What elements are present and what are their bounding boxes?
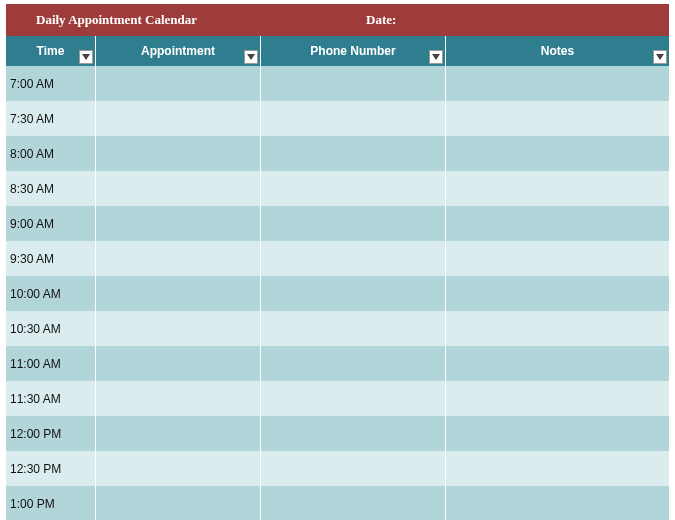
date-label: Date: bbox=[346, 12, 396, 28]
cell-time[interactable]: 12:30 PM bbox=[6, 451, 96, 486]
cell-notes[interactable] bbox=[446, 276, 669, 311]
cell-phone[interactable] bbox=[261, 276, 446, 311]
table-row: 7:30 AM bbox=[6, 101, 669, 136]
col-header-notes-label: Notes bbox=[541, 44, 574, 58]
cell-phone[interactable] bbox=[261, 311, 446, 346]
cell-time[interactable]: 9:30 AM bbox=[6, 241, 96, 276]
cell-notes[interactable] bbox=[446, 346, 669, 381]
chevron-down-icon bbox=[656, 54, 664, 60]
table-row: 10:00 AM bbox=[6, 276, 669, 311]
col-header-appointment-label: Appointment bbox=[141, 44, 215, 58]
page-title: Daily Appointment Calendar bbox=[6, 12, 346, 28]
cell-appointment[interactable] bbox=[96, 416, 261, 451]
cell-appointment[interactable] bbox=[96, 171, 261, 206]
cell-notes[interactable] bbox=[446, 311, 669, 346]
cell-notes[interactable] bbox=[446, 486, 669, 520]
filter-button-appointment[interactable] bbox=[244, 50, 258, 64]
table-row: 8:00 AM bbox=[6, 136, 669, 171]
col-header-phone: Phone Number bbox=[261, 36, 446, 66]
filter-button-phone[interactable] bbox=[429, 50, 443, 64]
calendar-container: Daily Appointment Calendar Date: Time Ap… bbox=[0, 0, 675, 520]
cell-time[interactable]: 11:00 AM bbox=[6, 346, 96, 381]
cell-phone[interactable] bbox=[261, 416, 446, 451]
cell-notes[interactable] bbox=[446, 101, 669, 136]
table-row: 9:00 AM bbox=[6, 206, 669, 241]
table-row: 9:30 AM bbox=[6, 241, 669, 276]
cell-time[interactable]: 11:30 AM bbox=[6, 381, 96, 416]
cell-time[interactable]: 7:00 AM bbox=[6, 66, 96, 101]
chevron-down-icon bbox=[432, 54, 440, 60]
col-header-phone-label: Phone Number bbox=[310, 44, 395, 58]
table-row: 1:00 PM bbox=[6, 486, 669, 520]
table-row: 8:30 AM bbox=[6, 171, 669, 206]
cell-appointment[interactable] bbox=[96, 66, 261, 101]
cell-time[interactable]: 12:00 PM bbox=[6, 416, 96, 451]
table-row: 11:30 AM bbox=[6, 381, 669, 416]
cell-phone[interactable] bbox=[261, 66, 446, 101]
cell-notes[interactable] bbox=[446, 136, 669, 171]
cell-time[interactable]: 10:30 AM bbox=[6, 311, 96, 346]
table-row: 12:30 PM bbox=[6, 451, 669, 486]
cell-time[interactable]: 7:30 AM bbox=[6, 101, 96, 136]
chevron-down-icon bbox=[82, 54, 90, 60]
cell-phone[interactable] bbox=[261, 451, 446, 486]
chevron-down-icon bbox=[247, 54, 255, 60]
cell-appointment[interactable] bbox=[96, 381, 261, 416]
cell-notes[interactable] bbox=[446, 451, 669, 486]
table-row: 10:30 AM bbox=[6, 311, 669, 346]
cell-appointment[interactable] bbox=[96, 451, 261, 486]
cell-phone[interactable] bbox=[261, 171, 446, 206]
table-row: 12:00 PM bbox=[6, 416, 669, 451]
table-row: 7:00 AM bbox=[6, 66, 669, 101]
col-header-appointment: Appointment bbox=[96, 36, 261, 66]
cell-time[interactable]: 8:00 AM bbox=[6, 136, 96, 171]
cell-phone[interactable] bbox=[261, 241, 446, 276]
cell-phone[interactable] bbox=[261, 486, 446, 520]
cell-notes[interactable] bbox=[446, 171, 669, 206]
cell-appointment[interactable] bbox=[96, 241, 261, 276]
table-row: 11:00 AM bbox=[6, 346, 669, 381]
cell-phone[interactable] bbox=[261, 346, 446, 381]
cell-time[interactable]: 8:30 AM bbox=[6, 171, 96, 206]
cell-time[interactable]: 10:00 AM bbox=[6, 276, 96, 311]
cell-appointment[interactable] bbox=[96, 206, 261, 241]
filter-button-notes[interactable] bbox=[653, 50, 667, 64]
cell-phone[interactable] bbox=[261, 101, 446, 136]
table-header: Time Appointment Phone Number Notes bbox=[6, 36, 669, 66]
cell-notes[interactable] bbox=[446, 206, 669, 241]
col-header-time: Time bbox=[6, 36, 96, 66]
cell-phone[interactable] bbox=[261, 381, 446, 416]
filter-button-time[interactable] bbox=[79, 50, 93, 64]
cell-appointment[interactable] bbox=[96, 101, 261, 136]
table-body: 7:00 AM 7:30 AM 8:00 AM 8:30 AM 9:00 AM bbox=[6, 66, 669, 520]
cell-notes[interactable] bbox=[446, 416, 669, 451]
cell-phone[interactable] bbox=[261, 206, 446, 241]
cell-appointment[interactable] bbox=[96, 136, 261, 171]
cell-appointment[interactable] bbox=[96, 276, 261, 311]
cell-appointment[interactable] bbox=[96, 486, 261, 520]
cell-notes[interactable] bbox=[446, 66, 669, 101]
cell-notes[interactable] bbox=[446, 381, 669, 416]
cell-appointment[interactable] bbox=[96, 311, 261, 346]
col-header-time-label: Time bbox=[37, 44, 65, 58]
cell-time[interactable]: 1:00 PM bbox=[6, 486, 96, 520]
cell-notes[interactable] bbox=[446, 241, 669, 276]
cell-time[interactable]: 9:00 AM bbox=[6, 206, 96, 241]
cell-appointment[interactable] bbox=[96, 346, 261, 381]
title-bar: Daily Appointment Calendar Date: bbox=[6, 4, 669, 36]
col-header-notes: Notes bbox=[446, 36, 669, 66]
cell-phone[interactable] bbox=[261, 136, 446, 171]
